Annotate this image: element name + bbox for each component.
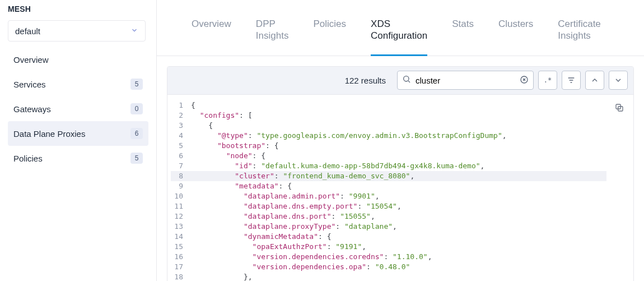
line-number: 15 bbox=[171, 242, 191, 252]
json-code: 1{2 "configs": [3 {4 "@type": "type.goog… bbox=[171, 100, 606, 282]
sidebar: MESH default OverviewServices5Gateways0D… bbox=[0, 0, 157, 281]
xds-panel-wrap: 122 results .* bbox=[157, 56, 644, 282]
line-number: 1 bbox=[171, 100, 191, 110]
sidebar-item-badge: 5 bbox=[130, 79, 143, 90]
clear-search-icon[interactable] bbox=[520, 75, 529, 86]
line-content: "cluster": "frontend_kuma-demo_svc_8080"… bbox=[191, 171, 414, 181]
line-number: 16 bbox=[171, 252, 191, 262]
code-line: 17 "version.dependencies.opa": "0.48.0" bbox=[171, 262, 606, 272]
sidebar-item-label: Policies bbox=[13, 154, 43, 163]
code-line: 14 "dynamicMetadata": { bbox=[171, 232, 606, 242]
tab-clusters[interactable]: Clusters bbox=[498, 6, 533, 56]
sidebar-item-services[interactable]: Services5 bbox=[8, 72, 148, 96]
tab-xds-configuration[interactable]: XDSConfiguration bbox=[371, 6, 427, 56]
code-line: 18 }, bbox=[171, 272, 606, 282]
tab-policies[interactable]: Policies bbox=[313, 6, 346, 56]
line-content: "dataplane.proxyType": "dataplane", bbox=[191, 222, 397, 232]
search-input[interactable] bbox=[414, 75, 516, 86]
line-number: 9 bbox=[171, 181, 191, 191]
code-line: 16 "version.dependencies.coredns": "1.10… bbox=[171, 252, 606, 262]
code-view: 1{2 "configs": [3 {4 "@type": "type.goog… bbox=[167, 95, 633, 282]
line-content: { bbox=[191, 121, 213, 131]
tab-certificate-insights[interactable]: CertificateInsights bbox=[558, 6, 601, 56]
chevron-down-icon bbox=[130, 26, 138, 36]
search-icon bbox=[402, 75, 411, 86]
main: OverviewDPPInsightsPoliciesXDSConfigurat… bbox=[157, 0, 644, 281]
line-content: "version.dependencies.opa": "0.48.0" bbox=[191, 262, 410, 272]
line-content: { bbox=[191, 100, 195, 110]
line-number: 10 bbox=[171, 191, 191, 201]
line-content: "version.dependencies.coredns": "1.10.0"… bbox=[191, 252, 432, 262]
sidebar-title: MESH bbox=[8, 4, 148, 13]
results-count: 122 results bbox=[173, 76, 393, 85]
line-content: "id": "default.kuma-demo-app-58bd7db494-… bbox=[191, 161, 484, 171]
sidebar-item-badge: 0 bbox=[130, 103, 143, 114]
sidebar-nav: OverviewServices5Gateways0Data Plane Pro… bbox=[8, 47, 148, 171]
svg-point-0 bbox=[404, 76, 409, 81]
line-number: 18 bbox=[171, 272, 191, 282]
sidebar-item-badge: 5 bbox=[130, 153, 143, 164]
line-number: 17 bbox=[171, 262, 191, 272]
line-content: "node": { bbox=[191, 151, 265, 161]
sidebar-item-gateways[interactable]: Gateways0 bbox=[8, 96, 148, 121]
sidebar-item-label: Data Plane Proxies bbox=[13, 129, 85, 139]
sidebar-item-label: Gateways bbox=[13, 104, 51, 114]
line-content: }, bbox=[191, 272, 253, 282]
code-line: 1{ bbox=[171, 100, 606, 110]
filter-button[interactable] bbox=[562, 71, 581, 90]
code-line: 12 "dataplane.dns.port": "15055", bbox=[171, 211, 606, 222]
xds-panel: 122 results .* bbox=[167, 66, 634, 282]
mesh-select-value: default bbox=[15, 26, 40, 36]
line-content: "dynamicMetadata": { bbox=[191, 232, 331, 242]
line-content: "dataplane.dns.empty.port": "15054", bbox=[191, 201, 402, 211]
svg-line-1 bbox=[408, 81, 410, 82]
code-line: 7 "id": "default.kuma-demo-app-58bd7db49… bbox=[171, 161, 606, 171]
tab-dpp-insights[interactable]: DPPInsights bbox=[256, 6, 289, 56]
sidebar-item-label: Services bbox=[13, 80, 46, 89]
line-number: 14 bbox=[171, 232, 191, 242]
mesh-select[interactable]: default bbox=[8, 20, 146, 42]
code-line: 8 "cluster": "frontend_kuma-demo_svc_808… bbox=[171, 171, 606, 181]
line-content: "metadata": { bbox=[191, 181, 292, 191]
code-line: 13 "dataplane.proxyType": "dataplane", bbox=[171, 222, 606, 232]
sidebar-item-data-plane-proxies[interactable]: Data Plane Proxies6 bbox=[8, 121, 148, 146]
code-line: 15 "opaExtAuthzPort": "9191", bbox=[171, 242, 606, 252]
next-match-button[interactable] bbox=[609, 71, 628, 90]
line-number: 2 bbox=[171, 110, 191, 121]
line-content: "@type": "type.googleapis.com/envoy.admi… bbox=[191, 131, 507, 141]
code-line: 9 "metadata": { bbox=[171, 181, 606, 191]
tab-overview[interactable]: Overview bbox=[192, 6, 231, 56]
line-content: "dataplane.dns.port": "15055", bbox=[191, 211, 375, 222]
code-line: 2 "configs": [ bbox=[171, 110, 606, 121]
line-number: 8 bbox=[171, 171, 191, 181]
line-content: "opaExtAuthzPort": "9191", bbox=[191, 242, 366, 252]
line-number: 11 bbox=[171, 201, 191, 211]
prev-match-button[interactable] bbox=[585, 71, 604, 90]
sidebar-item-policies[interactable]: Policies5 bbox=[8, 146, 148, 171]
tabs: OverviewDPPInsightsPoliciesXDSConfigurat… bbox=[157, 0, 644, 56]
line-number: 12 bbox=[171, 211, 191, 222]
line-content: "dataplane.admin.port": "9901", bbox=[191, 191, 380, 201]
copy-button[interactable] bbox=[611, 99, 628, 116]
search-box[interactable] bbox=[397, 71, 534, 90]
line-number: 3 bbox=[171, 121, 191, 131]
code-line: 10 "dataplane.admin.port": "9901", bbox=[171, 191, 606, 201]
line-content: "configs": [ bbox=[191, 110, 253, 121]
code-line: 11 "dataplane.dns.empty.port": "15054", bbox=[171, 201, 606, 211]
code-line: 6 "node": { bbox=[171, 151, 606, 161]
line-number: 5 bbox=[171, 141, 191, 151]
code-line: 3 { bbox=[171, 121, 606, 131]
sidebar-item-badge: 6 bbox=[130, 128, 143, 139]
code-line: 5 "bootstrap": { bbox=[171, 141, 606, 151]
line-number: 7 bbox=[171, 161, 191, 171]
panel-toolbar: 122 results .* bbox=[167, 67, 633, 95]
line-number: 6 bbox=[171, 151, 191, 161]
sidebar-item-label: Overview bbox=[13, 55, 49, 65]
sidebar-item-overview[interactable]: Overview bbox=[8, 47, 148, 72]
regex-toggle-button[interactable]: .* bbox=[538, 71, 557, 90]
line-content: "bootstrap": { bbox=[191, 141, 279, 151]
code-line: 4 "@type": "type.googleapis.com/envoy.ad… bbox=[171, 131, 606, 141]
tab-stats[interactable]: Stats bbox=[452, 6, 474, 56]
line-number: 13 bbox=[171, 222, 191, 232]
line-number: 4 bbox=[171, 131, 191, 141]
